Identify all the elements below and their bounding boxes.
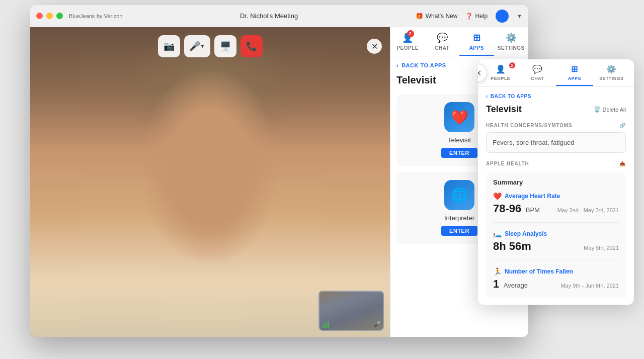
popup-tab-bar: 👤 PEOPLE 2 💬 CHAT ⊞ APPS ⚙️ SETTINGS: [478, 59, 634, 86]
popup-people-badge: 2: [509, 62, 515, 68]
gift-icon: 🎁: [416, 13, 423, 20]
help-icon: ❓: [465, 13, 473, 20]
fallen-unit: Average: [504, 282, 528, 289]
heart-rate-value-group: 78-96 BPM: [493, 202, 540, 215]
tab-bar: 👤 PEOPLE 2 💬 CHAT ⊞ APPS ⚙️ SETTINGS: [390, 27, 528, 56]
help-label: Help: [475, 13, 488, 20]
controls-bar: 📷 🎤 ▼ 🖥️ 📞 ✕: [30, 35, 390, 57]
signal-strength-icon: [321, 321, 329, 328]
heart-rate-unit: BPM: [526, 206, 540, 214]
popup-tab-chat[interactable]: 💬 CHAT: [519, 59, 556, 86]
delete-all-label: Delete All: [603, 107, 626, 113]
settings-icon: ⚙️: [506, 32, 517, 43]
apple-health-section: APPLE HEALTH 📤 Summary ❤️ Average Heart …: [486, 161, 626, 298]
back-chevron-icon: ‹: [396, 62, 398, 68]
health-summary-title: Summary: [493, 178, 619, 186]
close-video-button[interactable]: ✕: [367, 39, 382, 54]
title-bar-right: 🎁 What's New ❓ Help ▼: [416, 10, 522, 23]
share-icon: 📤: [619, 161, 626, 166]
whats-new-button[interactable]: 🎁 What's New: [416, 13, 458, 20]
tab-settings-label: SETTINGS: [498, 45, 525, 51]
close-window-button[interactable]: [36, 13, 43, 19]
popup-chat-icon: 💬: [532, 64, 542, 74]
camera-button[interactable]: 📷: [158, 35, 180, 57]
fallen-date: May 9th - Jun 8th, 2021: [560, 283, 619, 289]
heart-rate-date: May 2nd - May 3rd, 2021: [557, 207, 619, 213]
sleep-value-row: 8h 56m May 9th, 2021: [493, 240, 619, 253]
tab-apps[interactable]: ⊞ APPS: [459, 27, 494, 56]
brand-sub: by Verizon: [97, 13, 122, 19]
televisit-enter-button[interactable]: ENTER: [441, 148, 477, 158]
sleep-value: 8h 56m: [493, 240, 531, 253]
popup-header-row: Televisit 🗑️ Delete All: [486, 104, 626, 115]
sleep-name: Sleep Analysis: [505, 230, 547, 237]
signal-bar-4: [328, 321, 329, 328]
microphone-icon: 🎤: [189, 41, 200, 52]
tab-chat[interactable]: 💬 CHAT: [425, 27, 460, 56]
popup-content: ‹ BACK TO APPS Televisit 🗑️ Delete All H…: [478, 86, 634, 305]
fallen-metric: 🏃 Number of Times Fallen 1 Average May 9…: [493, 267, 619, 291]
popup-apps-icon: ⊞: [571, 64, 578, 74]
fallen-value-row: 1 Average May 9th - Jun 8th, 2021: [493, 278, 619, 291]
maximize-window-button[interactable]: [56, 13, 63, 19]
fallen-icon: 🏃: [493, 267, 502, 276]
popup-back-nav[interactable]: ‹ BACK TO APPS: [486, 94, 626, 99]
televisit-name: Televisit: [448, 136, 471, 144]
heart-plus-icon: ❤️: [451, 109, 468, 126]
heart-rate-metric: ❤️ Average Heart Rate 78-96 BPM May 2nd …: [493, 192, 619, 223]
pip-video: 🎤: [318, 291, 384, 331]
popup-title: Televisit: [486, 104, 522, 115]
microphone-button[interactable]: 🎤 ▼: [184, 35, 210, 57]
delete-all-button[interactable]: 🗑️ Delete All: [594, 106, 626, 113]
back-label: BACK TO APPS: [401, 62, 446, 68]
popup-back-label: BACK TO APPS: [491, 94, 531, 99]
trash-icon: 🗑️: [594, 106, 601, 113]
sleep-icon: 🛏️: [493, 230, 502, 238]
health-card: Summary ❤️ Average Heart Rate 78-96 BPM …: [486, 171, 626, 298]
interpreter-app-icon: 🌐: [444, 180, 474, 210]
brand-name: BlueJeans: [69, 13, 95, 19]
sleep-analysis-metric: 🛏️ Sleep Analysis 8h 56m May 9th, 2021: [493, 230, 619, 260]
fallen-value-group: 1 Average: [493, 278, 528, 291]
popup-tab-people[interactable]: 👤 PEOPLE 2: [482, 59, 519, 86]
end-call-button[interactable]: 📞: [240, 35, 263, 57]
popup-tab-settings[interactable]: ⚙️ SETTINGS: [593, 59, 630, 86]
popup-chat-label: CHAT: [531, 76, 544, 81]
end-call-icon: 📞: [246, 41, 257, 52]
people-badge: 2: [407, 30, 414, 37]
heart-icon: ❤️: [493, 192, 502, 200]
popup-people-icon: 👤: [496, 64, 506, 74]
popup-tab-apps[interactable]: ⊞ APPS: [556, 59, 593, 86]
main-content: 📷 🎤 ▼ 🖥️ 📞 ✕: [30, 27, 528, 337]
camera-icon: 📷: [164, 41, 175, 52]
popup-settings-icon: ⚙️: [606, 64, 616, 74]
fallen-value: 1: [493, 278, 499, 290]
health-concerns-section-label: HEALTH CONCERNS/SYMTOMS 🔗: [486, 123, 626, 128]
tab-settings[interactable]: ⚙️ SETTINGS: [494, 27, 529, 56]
minimize-window-button[interactable]: [46, 13, 53, 19]
apple-health-section-label: APPLE HEALTH 📤: [486, 161, 626, 166]
meeting-title: Dr. Nichol's Meeting: [122, 12, 415, 20]
popup-back-icon: ‹: [486, 94, 488, 99]
mic-chevron-icon: ▼: [200, 44, 205, 49]
chevron-down-icon[interactable]: ▼: [517, 13, 522, 19]
fallen-name: Number of Times Fallen: [505, 268, 573, 275]
app-brand: BlueJeans by Verizon: [69, 12, 122, 20]
tab-apps-label: APPS: [469, 45, 484, 51]
chat-icon: 💬: [437, 32, 448, 43]
help-button[interactable]: ❓ Help: [465, 13, 488, 20]
health-concerns-input[interactable]: Fevers, sore throat, fatigued: [486, 132, 626, 153]
user-avatar[interactable]: [496, 10, 509, 23]
interpreter-enter-button[interactable]: ENTER: [441, 226, 477, 236]
heart-rate-value-row: 78-96 BPM May 2nd - May 3rd, 2021: [493, 202, 619, 215]
screen-share-icon: 🖥️: [220, 41, 231, 52]
tab-people[interactable]: 👤 PEOPLE 2: [390, 27, 425, 56]
popup-tab-container: ✕ 👤 PEOPLE 2 💬 CHAT ⊞ APPS ⚙️ SETTINGS: [478, 59, 634, 86]
translate-icon: 🌐: [451, 187, 468, 204]
tab-people-label: PEOPLE: [396, 45, 419, 51]
heart-rate-value: 78-96: [493, 202, 521, 215]
televisit-app-icon: ❤️: [444, 102, 474, 132]
popup-apps-label: APPS: [568, 76, 581, 81]
signal-bar-3: [326, 323, 327, 328]
screen-share-button[interactable]: 🖥️: [214, 35, 236, 57]
